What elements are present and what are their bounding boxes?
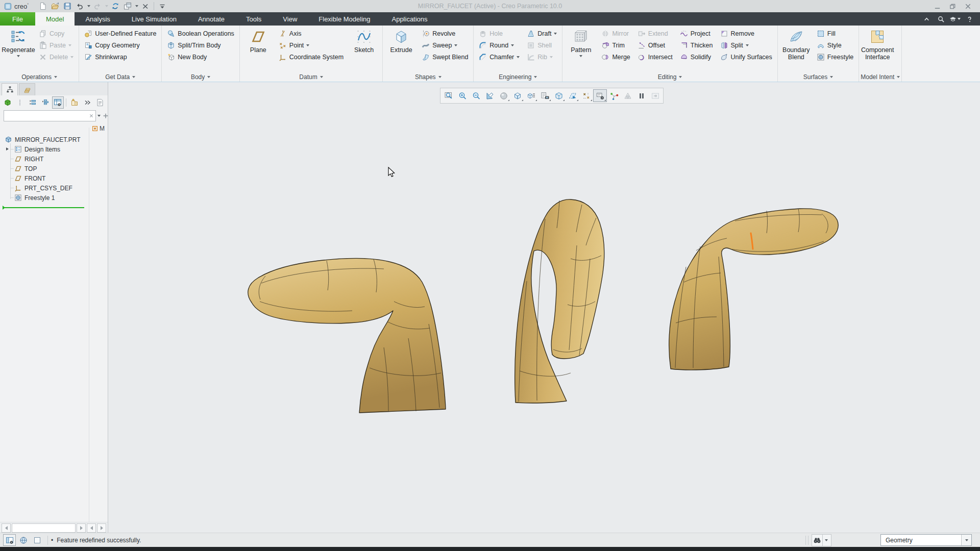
zoom-out-button[interactable] bbox=[469, 89, 483, 102]
swept-blend-button[interactable]: Swept Blend bbox=[419, 51, 471, 63]
scroll-left-button[interactable] bbox=[2, 523, 11, 533]
ribbon-group-label-body[interactable]: Body bbox=[163, 72, 238, 82]
sections-button[interactable] bbox=[566, 89, 579, 102]
ribbon-group-label-engineering[interactable]: Engineering bbox=[475, 72, 560, 82]
tree-column-header-m[interactable]: M bbox=[91, 125, 105, 132]
intersect-button[interactable]: Intersect bbox=[634, 51, 676, 63]
undo-button[interactable] bbox=[74, 1, 86, 11]
draft-button[interactable]: Draft bbox=[524, 28, 560, 39]
scroll-right-button[interactable] bbox=[77, 523, 86, 533]
component-interface-button[interactable]: Component Interface bbox=[861, 26, 894, 61]
minimize-ribbon-button[interactable] bbox=[921, 13, 932, 25]
refit-button[interactable] bbox=[442, 89, 455, 102]
full-screen-button[interactable] bbox=[31, 534, 43, 546]
more-commands-button[interactable] bbox=[81, 96, 93, 109]
tab-tools[interactable]: Tools bbox=[235, 12, 272, 26]
graphics-area[interactable] bbox=[108, 82, 980, 533]
saved-orientations-button[interactable] bbox=[524, 89, 538, 102]
split-button[interactable]: Split bbox=[717, 39, 775, 51]
unify-surfaces-button[interactable]: Unify Surfaces bbox=[717, 51, 775, 63]
selection-filter-dropdown[interactable] bbox=[961, 535, 971, 545]
undo-dropdown[interactable] bbox=[86, 1, 91, 11]
selection-filter-select[interactable]: Geometry bbox=[880, 534, 972, 546]
tree-item-freestyle-1[interactable]: Freestyle 1 bbox=[0, 193, 89, 203]
tree-item-design-items[interactable]: Design Items bbox=[0, 144, 89, 154]
faucet-right[interactable] bbox=[669, 209, 838, 370]
user-defined-feature-button[interactable]: User-Defined Feature bbox=[81, 28, 159, 39]
fill-button[interactable]: Fill bbox=[814, 28, 856, 39]
3d-model-faucets[interactable] bbox=[108, 82, 980, 533]
coordinate-system-button[interactable]: Coordinate System bbox=[276, 51, 347, 63]
redo-dropdown[interactable] bbox=[104, 1, 109, 11]
axis-button[interactable]: Axis bbox=[276, 28, 347, 39]
tab-view[interactable]: View bbox=[272, 12, 308, 26]
remove-button[interactable]: Remove bbox=[717, 28, 775, 39]
ribbon-group-label-model-intent[interactable]: Model Intent bbox=[861, 72, 900, 82]
tab-live-simulation[interactable]: Live Simulation bbox=[121, 12, 187, 26]
new-body-button[interactable]: New Body bbox=[164, 51, 237, 63]
shell-button[interactable]: Shell bbox=[524, 39, 560, 51]
point-button[interactable]: Point bbox=[276, 39, 347, 51]
rib-button[interactable]: Rib bbox=[524, 51, 560, 63]
help-button[interactable] bbox=[964, 13, 975, 25]
faucet-middle[interactable] bbox=[515, 199, 604, 403]
boundary-blend-button[interactable]: Boundary Blend bbox=[779, 26, 813, 61]
style-button[interactable]: Style bbox=[814, 39, 856, 51]
insert-here-indicator[interactable] bbox=[3, 207, 84, 208]
ribbon-group-label-operations[interactable]: Operations bbox=[2, 72, 77, 82]
split-trim-body-button[interactable]: Split/Trim Body bbox=[164, 39, 237, 51]
switch-windows-dropdown[interactable] bbox=[134, 1, 139, 11]
tree-columns-button[interactable] bbox=[52, 96, 64, 109]
tab-analysis[interactable]: Analysis bbox=[75, 12, 120, 26]
datum-display-filters-button[interactable] bbox=[579, 89, 593, 102]
perspective-button[interactable] bbox=[552, 89, 566, 102]
collapse-items-button[interactable] bbox=[39, 96, 52, 109]
paste-button[interactable]: Paste bbox=[36, 39, 77, 51]
save-button[interactable] bbox=[61, 1, 74, 11]
pattern-button[interactable]: Pattern bbox=[564, 26, 598, 57]
close-button[interactable] bbox=[963, 2, 973, 11]
sweep-button[interactable]: Sweep bbox=[419, 39, 471, 51]
chamfer-button[interactable]: Chamfer bbox=[476, 51, 523, 63]
boolean-operations-button[interactable]: Boolean Operations bbox=[164, 28, 237, 39]
spin-center-button[interactable] bbox=[607, 89, 621, 102]
ribbon-group-label-editing[interactable]: Editing bbox=[564, 72, 775, 82]
revolve-button[interactable]: Revolve bbox=[419, 28, 471, 39]
tab-annotate[interactable]: Annotate bbox=[187, 12, 235, 26]
repaint-button[interactable] bbox=[483, 89, 497, 102]
geometry-display-button[interactable] bbox=[621, 89, 634, 102]
delete-button[interactable]: Delete bbox=[36, 51, 77, 63]
resume-button[interactable] bbox=[648, 89, 662, 102]
expand-items-button[interactable] bbox=[27, 96, 39, 109]
copy-geometry-button[interactable]: Copy Geometry bbox=[81, 39, 159, 51]
find-tool-button[interactable] bbox=[812, 534, 831, 546]
ribbon-group-label-shapes[interactable]: Shapes bbox=[384, 72, 472, 82]
customize-quick-access-button[interactable] bbox=[156, 1, 168, 11]
open-button[interactable] bbox=[49, 1, 61, 11]
regenerate-button[interactable]: Regenerate bbox=[2, 26, 35, 57]
navigator-tab-folder-browser[interactable] bbox=[19, 83, 35, 95]
faucet-left[interactable] bbox=[248, 258, 446, 413]
merge-button[interactable]: Merge bbox=[598, 51, 633, 63]
hole-button[interactable]: Hole bbox=[476, 28, 523, 39]
sash-right-button[interactable] bbox=[97, 523, 106, 533]
minimize-button[interactable] bbox=[932, 2, 942, 11]
ribbon-group-label-datum[interactable]: Datum bbox=[241, 72, 381, 82]
tree-item-right[interactable]: RIGHT bbox=[0, 154, 89, 164]
project-button[interactable]: Project bbox=[677, 28, 716, 39]
offset-button[interactable]: Offset bbox=[634, 39, 676, 51]
model-tree-filter-input[interactable] bbox=[4, 112, 87, 120]
new-button[interactable] bbox=[37, 1, 49, 11]
tree-item-front[interactable]: FRONT bbox=[0, 173, 89, 183]
grip-handle-button[interactable] bbox=[14, 96, 27, 109]
ribbon-group-label-get-data[interactable]: Get Data bbox=[81, 72, 160, 82]
close-window-button[interactable] bbox=[139, 1, 152, 11]
find-dropdown[interactable] bbox=[822, 535, 830, 546]
redo-button[interactable] bbox=[91, 1, 104, 11]
plane-button[interactable]: Plane bbox=[241, 26, 275, 54]
sketch-button[interactable]: Sketch bbox=[347, 26, 381, 54]
copy-button[interactable]: Copy bbox=[36, 28, 77, 39]
tab-file[interactable]: File bbox=[0, 12, 35, 26]
active-part-button[interactable] bbox=[2, 96, 14, 109]
regenerate-button[interactable] bbox=[109, 1, 121, 11]
